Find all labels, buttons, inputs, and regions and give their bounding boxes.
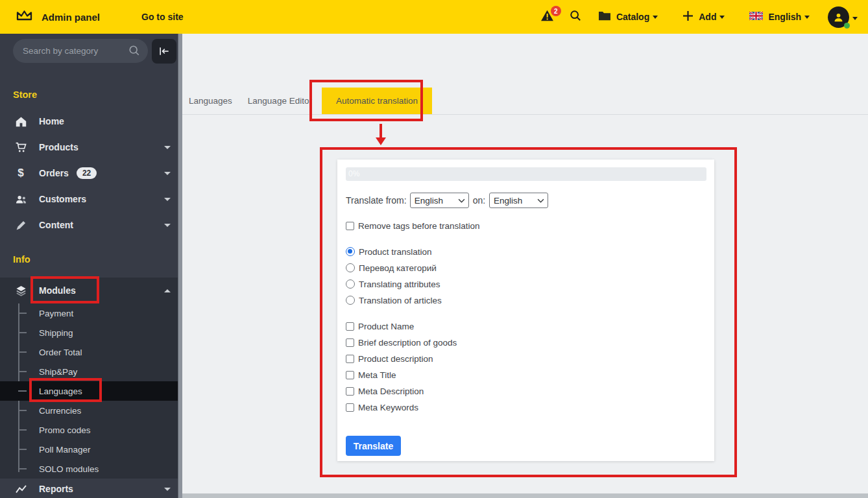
add-label: Add (699, 12, 716, 22)
translation-card: 0% Translate from: English on: English R… (337, 160, 714, 461)
chevron-down-icon (719, 16, 725, 19)
sidebar-subitem-poll-manager[interactable]: Poll Manager (0, 440, 182, 459)
sidebar-item-reports[interactable]: Reports (0, 480, 182, 498)
brand-title: Admin panel (42, 12, 100, 23)
alerts-count-badge: 2 (551, 6, 561, 16)
sidebar-item-customers[interactable]: Customers (0, 186, 182, 212)
sidebar-item-orders[interactable]: $ Orders 22 (0, 160, 182, 186)
home-icon (14, 116, 27, 127)
chevron-down-icon (852, 17, 858, 20)
target-language-select[interactable]: English (489, 193, 548, 208)
annotation-arrow-head (376, 137, 386, 145)
search-icon (128, 45, 140, 59)
avatar (828, 6, 849, 28)
orders-count-badge: 22 (77, 167, 97, 179)
topbar-search-button[interactable] (570, 10, 581, 24)
go-to-site-link[interactable]: Go to site (141, 12, 184, 22)
chevron-down-icon (537, 198, 544, 203)
user-menu[interactable] (828, 6, 858, 28)
tree-tick (18, 332, 27, 333)
checkbox-meta-keywords[interactable] (346, 403, 354, 412)
section-title-info: Info (13, 254, 30, 265)
sidebar-subitem-ship-and-pay[interactable]: Ship&Pay (0, 362, 182, 381)
sidebar-item-modules[interactable]: Modules (0, 278, 182, 303)
uk-flag-icon (749, 11, 763, 23)
tab-languages[interactable]: Languages (189, 96, 232, 106)
chevron-down-icon (804, 16, 810, 19)
sidebar-subitem-solo-modules[interactable]: SOLO modules (0, 459, 182, 479)
language-label: English (768, 12, 801, 22)
radio-translation-of-articles[interactable] (346, 296, 355, 305)
folder-icon (598, 10, 611, 23)
on-label: on: (473, 195, 485, 206)
translate-from-label: Translate from: (346, 195, 407, 206)
tree-tick (18, 468, 27, 469)
pencil-icon (14, 220, 27, 231)
cart-icon (14, 141, 27, 153)
chevron-down-icon (164, 172, 171, 175)
radio-translating-attributes[interactable] (346, 279, 355, 289)
sidebar-subitem-shipping[interactable]: Shipping (0, 323, 182, 342)
chevron-down-icon (164, 224, 171, 227)
tab-automatic-translation[interactable]: Automatic translation (322, 88, 432, 114)
sidebar: Store Home Products $ Orders 22 Customer… (0, 34, 182, 498)
checkbox-meta-description[interactable] (346, 387, 354, 396)
layers-icon (14, 285, 27, 297)
radio-category-translation[interactable] (346, 263, 355, 272)
checkbox-product-description[interactable] (346, 355, 354, 363)
online-status-dot (844, 23, 850, 29)
plus-icon (682, 10, 693, 24)
sidebar-scrollbar[interactable] (178, 34, 182, 498)
dollar-icon: $ (14, 167, 27, 180)
translate-button[interactable]: Translate (346, 436, 401, 456)
tree-tick (18, 429, 27, 431)
annotation-arrow (380, 124, 382, 137)
add-menu[interactable]: Add (682, 10, 725, 24)
chevron-down-icon (653, 16, 658, 19)
tree-tick (18, 313, 27, 314)
chevron-down-icon (164, 146, 171, 149)
crown-logo-icon (16, 9, 33, 25)
section-title-store: Store (13, 89, 37, 100)
catalog-label: Catalog (616, 12, 649, 22)
sidebar-item-products[interactable]: Products (0, 134, 182, 160)
checkbox-meta-title[interactable] (346, 371, 354, 379)
checkbox-product-name[interactable] (346, 322, 354, 331)
alerts-button[interactable]: 2 (540, 10, 554, 24)
progress-bar: 0% (346, 167, 706, 181)
catalog-menu[interactable]: Catalog (598, 10, 658, 23)
sidebar-item-content[interactable]: Content (0, 212, 182, 238)
chevron-up-icon (164, 289, 171, 292)
search-input[interactable] (13, 39, 148, 63)
tree-tick (18, 449, 27, 450)
sidebar-subitem-currencies[interactable]: Currencies (0, 401, 182, 420)
sidebar-subitem-order-total[interactable]: Order Total (0, 342, 182, 362)
language-menu[interactable]: English (749, 11, 810, 23)
tree-tick (18, 410, 27, 411)
sidebar-subitem-languages[interactable]: Languages (0, 381, 182, 401)
sidebar-subitem-payment[interactable]: Payment (0, 303, 182, 323)
tree-tick (18, 371, 27, 372)
chevron-down-icon (164, 488, 171, 491)
tab-underline (182, 114, 868, 115)
horizontal-scrollbar[interactable] (182, 493, 868, 498)
sidebar-subitem-promo-codes[interactable]: Promo codes (0, 420, 182, 440)
chevron-down-icon (458, 198, 465, 203)
tree-tick (18, 351, 27, 353)
brand: Admin panel (16, 9, 100, 25)
search-icon (570, 10, 581, 24)
main-content: Languages Language Editor Automatic tran… (182, 34, 868, 498)
chevron-down-icon (164, 198, 171, 201)
topbar: Admin panel Go to site 2 Catalog Add (0, 0, 868, 34)
sidebar-item-home[interactable]: Home (0, 108, 182, 134)
source-language-select[interactable]: English (410, 193, 469, 208)
remove-tags-checkbox[interactable] (346, 222, 354, 230)
tree-tick (18, 390, 27, 392)
checkbox-brief-description[interactable] (346, 338, 354, 347)
chart-line-icon (14, 484, 27, 494)
tab-language-editor[interactable]: Language Editor (248, 96, 312, 106)
customers-icon (14, 195, 27, 204)
sidebar-collapse-button[interactable] (152, 39, 176, 64)
radio-product-translation[interactable] (346, 247, 355, 256)
